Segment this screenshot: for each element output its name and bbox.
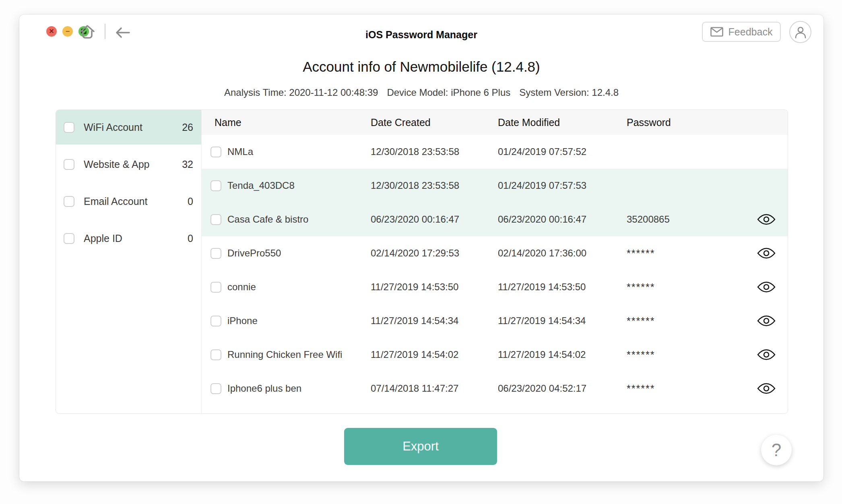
cell-password: ****** — [627, 281, 745, 293]
table-row[interactable]: connie 11/27/2019 14:53:50 11/27/2019 14… — [202, 270, 788, 304]
sidebar-item-label: Email Account — [84, 196, 147, 207]
feedback-button[interactable]: Feedback — [702, 22, 781, 42]
sidebar-item-label: Website & App — [84, 159, 150, 170]
sidebar-item-apple-id[interactable]: Apple ID 0 — [56, 221, 201, 256]
cell-date-modified: 11/27/2019 14:54:34 — [498, 315, 627, 326]
table-row[interactable]: Iphone6 plus ben 07/14/2018 11:47:27 06/… — [202, 372, 788, 405]
cell-date-created: 07/14/2018 11:47:27 — [371, 383, 498, 394]
sidebar-item-label: Apple ID — [84, 233, 122, 244]
eye-icon — [757, 246, 776, 260]
toggle-password-button[interactable] — [756, 279, 777, 295]
row-checkbox[interactable] — [210, 282, 221, 293]
sidebar-item-count: 0 — [188, 233, 193, 244]
device-model: Device Model: iPhone 6 Plus — [387, 87, 510, 98]
cell-date-modified: 06/23/2020 00:16:47 — [498, 214, 627, 225]
category-checkbox[interactable] — [64, 159, 74, 170]
row-checkbox[interactable] — [210, 214, 221, 225]
cell-password: ****** — [627, 315, 745, 327]
cell-password: 35200865 — [627, 214, 745, 225]
category-checkbox[interactable] — [64, 233, 74, 244]
table-row[interactable]: DrivePro550 02/14/2020 17:29:53 02/14/20… — [202, 236, 788, 270]
table-body: NMLa 12/30/2018 23:53:58 01/24/2019 07:5… — [202, 135, 788, 405]
column-header-name: Name — [202, 117, 371, 128]
app-window: ✕ − iOS Password Manager Feedback Accoun… — [19, 14, 823, 481]
toggle-password-button[interactable] — [756, 245, 777, 262]
cell-date-created: 06/23/2020 00:16:47 — [371, 214, 498, 225]
cell-date-modified: 01/24/2019 07:57:53 — [498, 180, 627, 191]
table-row[interactable]: Casa Cafe & bistro 06/23/2020 00:16:47 0… — [202, 202, 788, 236]
cell-name: iPhone — [227, 315, 371, 326]
row-checkbox[interactable] — [210, 383, 221, 394]
row-checkbox[interactable] — [210, 147, 221, 157]
envelope-icon — [710, 27, 723, 37]
toggle-password-button[interactable] — [756, 380, 777, 397]
row-checkbox[interactable] — [210, 248, 221, 259]
table-row[interactable]: NMLa 12/30/2018 23:53:58 01/24/2019 07:5… — [202, 135, 788, 169]
sidebar-item-count: 26 — [182, 122, 193, 133]
page-title: Account info of Newmobilelife (12.4.8) — [19, 59, 823, 75]
cell-date-modified: 11/27/2019 14:53:50 — [498, 281, 627, 293]
sidebar-item-email-account[interactable]: Email Account 0 — [56, 184, 201, 219]
cell-date-modified: 11/27/2019 14:54:02 — [498, 349, 627, 360]
cell-date-created: 02/14/2020 17:29:53 — [371, 248, 498, 259]
eye-icon — [757, 280, 776, 294]
analysis-time: Analysis Time: 2020-11-12 00:48:39 — [224, 87, 378, 98]
cell-name: DrivePro550 — [227, 248, 371, 259]
row-checkbox[interactable] — [210, 349, 221, 360]
cell-name: Tenda_403DC8 — [227, 180, 371, 191]
cell-name: connie — [227, 281, 371, 293]
row-checkbox[interactable] — [210, 316, 221, 326]
cell-name: Iphone6 plus ben — [227, 383, 371, 394]
row-checkbox[interactable] — [210, 180, 221, 191]
sidebar-item-label: WiFi Account — [84, 122, 142, 133]
export-button[interactable]: Export — [344, 428, 497, 465]
column-header-date-modified: Date Modified — [498, 117, 627, 128]
system-version: System Version: 12.4.8 — [519, 87, 619, 98]
cell-name: NMLa — [227, 146, 371, 157]
cell-date-modified: 06/23/2020 04:52:17 — [498, 383, 627, 394]
column-header-date-created: Date Created — [371, 117, 498, 128]
help-button[interactable]: ? — [761, 435, 792, 465]
table-row[interactable]: Running Chicken Free Wifi 11/27/2019 14:… — [202, 338, 788, 372]
category-checkbox[interactable] — [64, 196, 74, 207]
eye-icon — [757, 314, 776, 328]
cell-date-created: 11/27/2019 14:54:34 — [371, 315, 498, 326]
cell-name: Casa Cafe & bistro — [227, 214, 371, 225]
cell-date-modified: 02/14/2020 17:36:00 — [498, 248, 627, 259]
feedback-label: Feedback — [728, 26, 773, 38]
main-panel: WiFi Account 26 Website & App 32 Email A… — [56, 109, 788, 414]
sidebar-item-count: 32 — [182, 159, 193, 170]
cell-name: Running Chicken Free Wifi — [227, 349, 371, 360]
cell-password: ****** — [627, 349, 745, 361]
eye-icon — [757, 348, 776, 361]
cell-date-modified: 01/24/2019 07:57:52 — [498, 146, 627, 157]
cell-password: ****** — [627, 248, 745, 259]
table-row[interactable]: Tenda_403DC8 12/30/2018 23:53:58 01/24/2… — [202, 169, 788, 202]
cell-password: ****** — [627, 383, 745, 395]
user-icon — [794, 25, 807, 39]
account-button[interactable] — [789, 21, 811, 43]
toggle-password-button[interactable] — [756, 346, 777, 363]
toggle-password-button[interactable] — [756, 211, 777, 228]
device-info: Analysis Time: 2020-11-12 00:48:39Device… — [19, 87, 823, 98]
column-header-password: Password — [627, 117, 745, 128]
table-header: Name Date Created Date Modified Password — [202, 110, 788, 135]
cell-date-created: 11/27/2019 14:53:50 — [371, 281, 498, 293]
accounts-table: Name Date Created Date Modified Password… — [202, 110, 788, 413]
toggle-password-button[interactable] — [756, 312, 777, 329]
cell-date-created: 12/30/2018 23:53:58 — [371, 146, 498, 157]
eye-icon — [757, 213, 776, 226]
sidebar-item-wifi-account[interactable]: WiFi Account 26 — [56, 110, 201, 145]
eye-icon — [757, 382, 776, 395]
sidebar-item-website-app[interactable]: Website & App 32 — [56, 147, 201, 182]
cell-date-created: 11/27/2019 14:54:02 — [371, 349, 498, 360]
cell-date-created: 12/30/2018 23:53:58 — [371, 180, 498, 191]
table-row[interactable]: iPhone 11/27/2019 14:54:34 11/27/2019 14… — [202, 304, 788, 338]
sidebar-item-count: 0 — [188, 196, 193, 207]
category-sidebar: WiFi Account 26 Website & App 32 Email A… — [56, 110, 202, 413]
category-checkbox[interactable] — [64, 122, 74, 133]
